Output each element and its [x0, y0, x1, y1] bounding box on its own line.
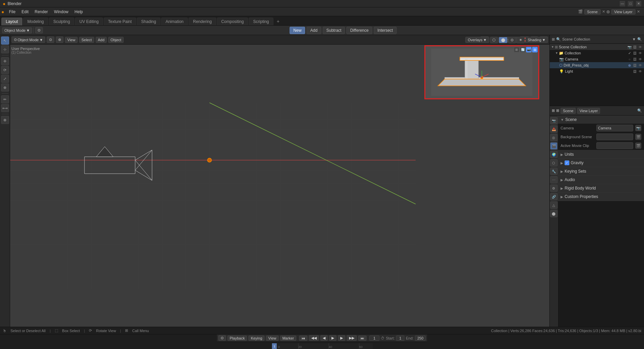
- menu-help[interactable]: Help: [72, 9, 86, 15]
- viewport-3d[interactable]: ⊙ Object Mode ▼ ⊙ ⊛ View Select Add Obje…: [10, 35, 549, 334]
- prop-section-scene-header[interactable]: ▼ Scene: [558, 116, 644, 124]
- coll-render-icon[interactable]: 🖼: [633, 51, 637, 55]
- prop-section-gravity-header[interactable]: ▶ ✓ Gravity: [558, 159, 644, 167]
- tab-scripting[interactable]: Scripting: [249, 18, 273, 25]
- tool-add[interactable]: ⊕: [1, 116, 9, 124]
- gravity-checkbox[interactable]: ✓: [565, 160, 569, 165]
- timeline-ruler[interactable]: 1 0 20 40 60 80 100 120 130 150 170 190 …: [271, 343, 373, 349]
- bool-add-btn[interactable]: Add: [306, 27, 321, 34]
- tool-transform[interactable]: ⊕: [1, 83, 9, 92]
- camera-preview-icon2[interactable]: 🔄: [520, 47, 525, 52]
- outliner-scene-collection[interactable]: ▼ ⊞ Scene Collection 📷 🖼 👁: [550, 44, 644, 50]
- prop-section-custom-header[interactable]: ▶ Custom Properties: [558, 193, 644, 201]
- tool-move[interactable]: ✛: [1, 57, 9, 65]
- menu-render[interactable]: Render: [32, 9, 51, 15]
- vis-camera-icon[interactable]: 📷: [627, 45, 632, 49]
- shading-options[interactable]: Shading ▼: [525, 37, 548, 43]
- shading-mode-solid[interactable]: ⬤: [499, 37, 507, 43]
- bool-new-btn[interactable]: New: [290, 27, 305, 34]
- props-tab-output[interactable]: 📤: [550, 125, 558, 133]
- camera-field-icon[interactable]: 📷: [635, 125, 641, 131]
- shading-mode-rendered[interactable]: ☀: [517, 37, 525, 43]
- props-tab-particles[interactable]: ⋯: [550, 176, 558, 183]
- props-tab-world[interactable]: 🌍: [550, 151, 558, 158]
- props-tab-data[interactable]: △: [550, 201, 558, 209]
- dp-show-icon[interactable]: 👁: [638, 63, 643, 68]
- viewlayer-name[interactable]: View Layer: [611, 9, 636, 15]
- bool-intersect-btn[interactable]: Intersect: [374, 27, 397, 34]
- props-tab-constraints[interactable]: 🔗: [550, 193, 558, 200]
- props-search-icon[interactable]: 🔍: [637, 108, 642, 113]
- coll-exclude-icon[interactable]: ✓: [627, 51, 632, 55]
- tab-compositing[interactable]: Compositing: [217, 18, 248, 25]
- next-frame-btn[interactable]: ▶▶: [347, 335, 357, 341]
- tab-texture-paint[interactable]: Texture Paint: [104, 18, 136, 25]
- viewport-pivot-btn[interactable]: ⊙: [47, 36, 54, 43]
- bool-subtract-btn[interactable]: Subtract: [323, 27, 345, 34]
- viewport-snap-btn[interactable]: ⊛: [56, 36, 64, 43]
- camera-preview-icon3[interactable]: 📷: [526, 47, 531, 52]
- camera-preview-icon1[interactable]: ⊞: [514, 47, 519, 52]
- view-menu-btn[interactable]: View: [65, 37, 78, 43]
- add-workspace-btn[interactable]: +: [274, 17, 282, 25]
- viewlayer-props-label[interactable]: View Layer: [577, 108, 600, 114]
- tool-rotate[interactable]: ⟳: [1, 66, 9, 74]
- menu-window[interactable]: Window: [51, 9, 71, 15]
- vis-render-icon[interactable]: 🖼: [633, 45, 637, 49]
- light-show-icon[interactable]: 👁: [638, 69, 643, 74]
- add-menu-btn[interactable]: Add: [96, 37, 107, 43]
- pivot-selector[interactable]: ⊙: [35, 27, 43, 33]
- tool-scale[interactable]: ⤢: [1, 75, 9, 83]
- props-icon2[interactable]: ⊞: [556, 108, 559, 113]
- viewport-mode-btn[interactable]: ⊙ Object Mode ▼: [11, 36, 45, 43]
- timeline-mode-btn[interactable]: ⊙: [218, 335, 226, 341]
- props-tab-scene[interactable]: 🎬: [550, 142, 558, 150]
- outliner-collection[interactable]: ▼ 📁 Collection ✓ 🖼 👁: [550, 50, 644, 56]
- view-menu-btn2[interactable]: View: [266, 335, 279, 341]
- scene-props-label[interactable]: Scene: [561, 108, 576, 114]
- minimize-btn[interactable]: —: [620, 1, 625, 6]
- props-tab-physics[interactable]: ⚙: [550, 184, 558, 192]
- tab-animation[interactable]: Animation: [161, 18, 188, 25]
- outliner-search-icon[interactable]: 🔍: [637, 37, 642, 42]
- maximize-btn[interactable]: □: [628, 1, 633, 6]
- cam-select-icon[interactable]: ○: [627, 57, 632, 61]
- start-frame-field[interactable]: 1: [396, 335, 404, 341]
- camera-field[interactable]: Camera: [596, 125, 633, 131]
- prev-frame-btn[interactable]: ◀◀: [309, 335, 319, 341]
- outliner-filter-icon[interactable]: ▼: [632, 37, 636, 41]
- prop-section-units-header[interactable]: ▶ Units: [558, 150, 644, 158]
- marker-menu-btn[interactable]: Marker: [280, 335, 296, 341]
- active-clip-field[interactable]: [596, 142, 633, 149]
- dp-render-icon[interactable]: 🖼: [633, 63, 637, 68]
- jump-start-btn[interactable]: ⏮: [299, 335, 307, 341]
- props-tab-object[interactable]: ⬡: [550, 159, 558, 167]
- props-icon1[interactable]: ⊞: [552, 108, 555, 113]
- close-btn[interactable]: ✕: [636, 1, 641, 6]
- props-tab-render[interactable]: 📷: [550, 117, 558, 124]
- tab-layout[interactable]: Layout: [1, 18, 22, 25]
- active-clip-icon[interactable]: 🎬: [635, 143, 641, 149]
- tab-modeling[interactable]: Modeling: [23, 18, 48, 25]
- prop-section-audio-header[interactable]: ▶ Audio: [558, 176, 644, 184]
- tab-shading[interactable]: Shading: [137, 18, 160, 25]
- outliner-light[interactable]: 💡 Light 🖼 👁: [550, 68, 644, 74]
- cam-render-icon[interactable]: 🖼: [633, 57, 637, 61]
- coll-show-icon[interactable]: 👁: [638, 51, 643, 55]
- bg-scene-icon[interactable]: 🎬: [635, 134, 641, 140]
- current-frame-field[interactable]: 1: [369, 335, 379, 341]
- tab-uv-editing[interactable]: UV Editing: [75, 18, 103, 25]
- light-render-icon[interactable]: 🖼: [633, 69, 637, 74]
- tool-cursor[interactable]: ⊹: [1, 45, 9, 53]
- prop-section-rigidbody-header[interactable]: ▶ Rigid Body World: [558, 184, 644, 192]
- menu-file[interactable]: File: [6, 9, 18, 15]
- outliner-icon2[interactable]: 🔍: [556, 37, 561, 42]
- camera-preview-icon4[interactable]: ▤: [532, 47, 538, 52]
- outliner-drillpress[interactable]: ⬡ Drill_Press_obj ⊛ 🖼 👁: [550, 62, 644, 68]
- bool-difference-btn[interactable]: Difference: [346, 27, 372, 34]
- tool-measure[interactable]: ⟷: [1, 104, 9, 112]
- outliner-camera[interactable]: 📷 Camera ○ 🖼 👁: [550, 56, 644, 62]
- tool-select[interactable]: ↖: [1, 36, 9, 45]
- prop-section-keying-header[interactable]: ▶ Keying Sets: [558, 167, 644, 175]
- prev-key-btn[interactable]: ◀: [320, 335, 328, 341]
